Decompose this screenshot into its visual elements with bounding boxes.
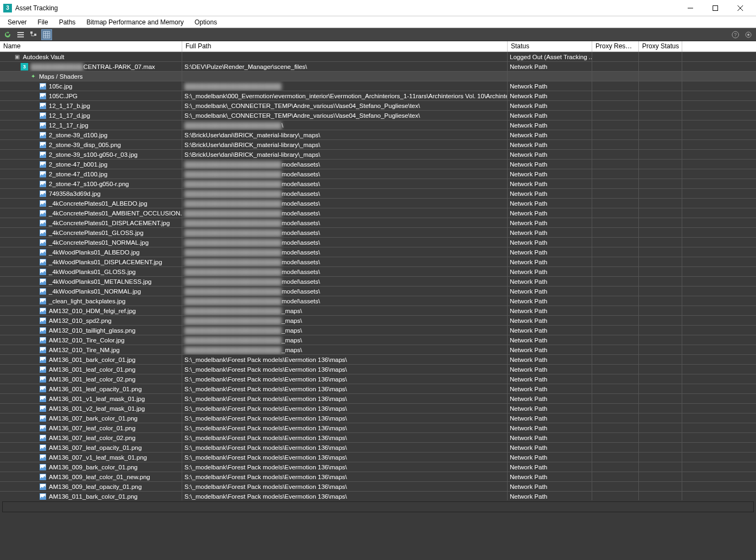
image-file-icon	[39, 327, 47, 334]
menu-file[interactable]: File	[32, 17, 53, 27]
asset-row[interactable]: AM132_010_taillight_glass.png███████████…	[0, 326, 756, 335]
asset-row[interactable]: _4kConcretePlates01_ALBEDO.jpg██████████…	[0, 199, 756, 208]
asset-row[interactable]: AM132_010_spd2.png██████████████████████…	[0, 316, 756, 326]
close-button[interactable]	[728, 0, 753, 16]
image-file-icon	[39, 493, 47, 500]
asset-status: Network Path	[508, 423, 592, 432]
asset-table[interactable]: ▣Autodesk Vault Logged Out (Asset Tracki…	[0, 52, 756, 500]
image-file-icon	[39, 336, 47, 344]
column-status[interactable]: Status	[508, 41, 592, 52]
asset-row[interactable]: AM136_001_v1_leaf_mask_01.jpgS:\_modelba…	[0, 394, 756, 404]
asset-row[interactable]: _4kWoodPlanks01_ALBEDO.jpg██████████████…	[0, 247, 756, 257]
asset-row[interactable]: _clean_light_backplates.jpg█████████████…	[0, 296, 756, 306]
asset-status: Network Path	[508, 296, 592, 306]
asset-row[interactable]: AM136_007_v1_leaf_mask_01.pngS:\_modelba…	[0, 453, 756, 462]
asset-path: S:\_modelbank\Forest Pack models\Evermot…	[182, 462, 508, 472]
asset-row[interactable]: AM136_007_bark_color_01.pngS:\_modelbank…	[0, 413, 756, 423]
asset-row[interactable]: AM132_010_Tire_Color.jpg████████████████…	[0, 335, 756, 345]
asset-row[interactable]: _4kWoodPlanks01_DISPLACEMENT.jpg████████…	[0, 257, 756, 267]
menu-options[interactable]: Options	[189, 17, 222, 27]
asset-row[interactable]: AM136_007_leaf_color_01.pngS:\_modelbank…	[0, 423, 756, 433]
asset-row[interactable]: 2_stone-39_disp_005.pngS:\BrickUser\dani…	[0, 140, 756, 150]
scene-file-name: CENTRAL-PARK_07.max	[84, 63, 155, 70]
tree-view-button[interactable]	[28, 29, 39, 40]
asset-row[interactable]: AM136_007_leaf_color_02.pngS:\_modelbank…	[0, 433, 756, 443]
asset-row[interactable]: AM136_007_leaf_opacity_01.pngS:\_modelba…	[0, 443, 756, 453]
asset-path: ██████████████████████model\assets\	[182, 169, 508, 179]
asset-row[interactable]: _4kConcretePlates01_DISPLACEMENT.jpg████…	[0, 218, 756, 228]
scene-file-status: Network Path	[508, 62, 592, 71]
maximize-button[interactable]	[703, 0, 728, 16]
image-file-icon	[39, 239, 47, 246]
asset-status: Network Path	[508, 306, 592, 315]
asset-path: S:\BrickUser\dani\BRICK_material-library…	[182, 130, 508, 139]
asset-row[interactable]: _4kConcretePlates01_GLOSS.jpg███████████…	[0, 228, 756, 238]
menu-paths[interactable]: Paths	[54, 17, 81, 27]
table-view-button[interactable]	[41, 29, 52, 40]
image-file-icon	[39, 151, 47, 158]
asset-status: Network Path	[508, 150, 592, 159]
asset-row[interactable]: 2_stone-47_b001.jpg█████████████████████…	[0, 160, 756, 169]
list-view-button[interactable]	[15, 29, 26, 40]
asset-name: 105C.JPG	[49, 93, 78, 99]
settings-icon[interactable]	[743, 29, 754, 40]
asset-row[interactable]: 105C.JPGS:\_modelbank\000_Evermotion\eve…	[0, 91, 756, 101]
asset-row[interactable]: 2_stone-39_d100.jpgS:\BrickUser\dani\BRI…	[0, 130, 756, 140]
asset-name: AM136_001_v1_leaf_mask_01.jpg	[49, 396, 145, 402]
asset-path: ██████████████████████	[182, 81, 508, 91]
menu-server[interactable]: Server	[2, 17, 32, 27]
asset-path: S:\_modelbank\Forest Pack models\Evermot…	[182, 472, 508, 481]
image-file-icon	[39, 200, 47, 207]
asset-row[interactable]: 12_1_17_b.jpgS:\_modelbank\_CONNECTER_TE…	[0, 101, 756, 111]
scene-file-row[interactable]: 3████████████CENTRAL-PARK_07.max S:\DEV\…	[0, 62, 756, 72]
column-proxy-status[interactable]: Proxy Status	[639, 41, 682, 52]
asset-name: AM136_007_bark_color_01.png	[49, 415, 138, 422]
asset-row[interactable]: 12_1_17_d.jpgS:\_modelbank\_CONNECTER_TE…	[0, 111, 756, 120]
menu-bitmap-performance[interactable]: Bitmap Performance and Memory	[81, 17, 189, 27]
asset-row[interactable]: 749358a3d69d.jpg██████████████████████mo…	[0, 189, 756, 199]
asset-row[interactable]: AM136_009_leaf_color_01_new.pngS:\_model…	[0, 472, 756, 482]
asset-name: AM136_001_leaf_color_01.png	[49, 366, 136, 373]
max-file-icon: 3	[21, 63, 28, 71]
root-status: Logged Out (Asset Tracking ...	[508, 52, 592, 61]
asset-row[interactable]: AM136_001_v2_leaf_mask_01.jpgS:\_modelba…	[0, 404, 756, 413]
asset-row[interactable]: AM136_009_leaf_opacity_01.pngS:\_modelba…	[0, 482, 756, 492]
image-file-icon	[39, 395, 47, 403]
minimize-button[interactable]	[678, 0, 703, 16]
asset-path: ██████████████████████model\assets\	[182, 257, 508, 266]
tree-root-row[interactable]: ▣Autodesk Vault Logged Out (Asset Tracki…	[0, 52, 756, 62]
column-full-path[interactable]: Full Path	[182, 41, 508, 52]
asset-row[interactable]: AM136_009_bark_color_01.pngS:\_modelbank…	[0, 462, 756, 472]
asset-row[interactable]: AM136_001_leaf_opacity_01.pngS:\_modelba…	[0, 384, 756, 394]
asset-status: Network Path	[508, 277, 592, 286]
asset-row[interactable]: 105c.jpg██████████████████████Network Pa…	[0, 81, 756, 91]
asset-row[interactable]: AM136_001_bark_color_01.jpgS:\_modelbank…	[0, 355, 756, 365]
asset-row[interactable]: AM132_010_Tire_NM.jpg███████████████████…	[0, 345, 756, 355]
asset-row[interactable]: 2_stone-47_s100-g050-r.png██████████████…	[0, 179, 756, 189]
asset-row[interactable]: AM136_011_bark_color_01.pngS:\_modelbank…	[0, 492, 756, 500]
asset-row[interactable]: 2_stone-39_s100-g050-r_03.jpgS:\BrickUse…	[0, 150, 756, 160]
asset-row[interactable]: 2_stone-47_d100.jpg█████████████████████…	[0, 169, 756, 179]
column-proxy-resolution[interactable]: Proxy Resol...	[592, 41, 639, 52]
asset-name: AM132_010_spd2.png	[49, 317, 112, 324]
asset-row[interactable]: _4kWoodPlanks01_METALNESS.jpg███████████…	[0, 277, 756, 287]
asset-name: 2_stone-47_s100-g050-r.png	[49, 181, 129, 187]
asset-status: Network Path	[508, 101, 592, 110]
toolbar: ?	[0, 28, 756, 41]
asset-row[interactable]: _4kConcretePlates01_AMBIENT_OCCLUSION.jp…	[0, 208, 756, 218]
image-file-icon	[39, 356, 47, 364]
column-name[interactable]: Name	[0, 41, 182, 52]
asset-row[interactable]: _4kWoodPlanks01_NORMAL.jpg██████████████…	[0, 287, 756, 296]
asset-row[interactable]: AM132_010_HDM_felgi_ref.jpg█████████████…	[0, 306, 756, 316]
image-file-icon	[39, 473, 47, 481]
asset-row[interactable]: _4kConcretePlates01_NORMAL.jpg██████████…	[0, 238, 756, 247]
asset-row[interactable]: _4kWoodPlanks01_GLOSS.jpg███████████████…	[0, 267, 756, 277]
maps-shaders-group-row[interactable]: ✦Maps / Shaders	[0, 72, 756, 81]
asset-status: Network Path	[508, 81, 592, 91]
asset-row[interactable]: 12_1_17_r.jpg██████████████████████\Netw…	[0, 120, 756, 130]
refresh-button[interactable]	[2, 29, 13, 40]
asset-row[interactable]: AM136_001_leaf_color_01.pngS:\_modelbank…	[0, 365, 756, 374]
asset-status: Network Path	[508, 472, 592, 481]
help-icon[interactable]: ?	[730, 29, 741, 40]
asset-row[interactable]: AM136_001_leaf_color_02.pngS:\_modelbank…	[0, 374, 756, 384]
